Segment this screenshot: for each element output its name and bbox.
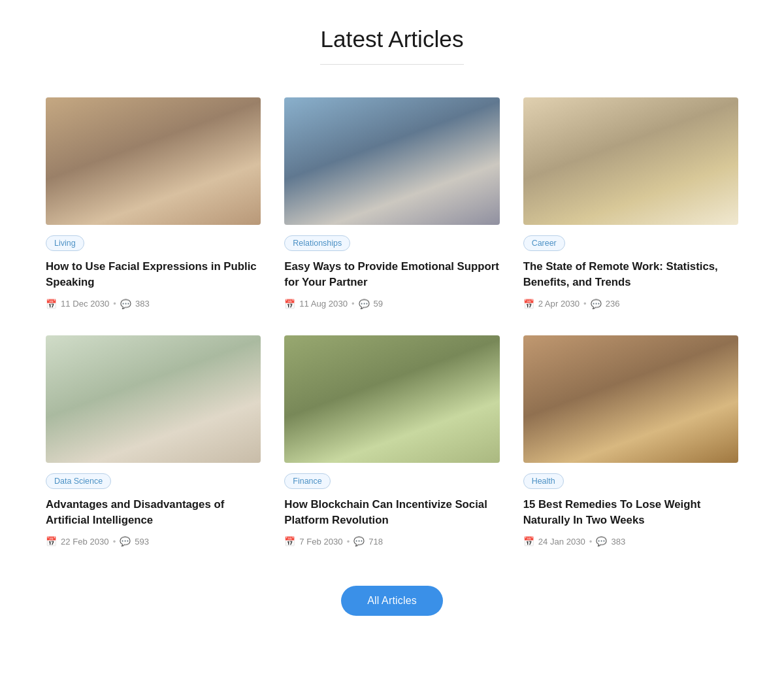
category-badge[interactable]: Career xyxy=(523,235,565,251)
calendar-icon: 📅 xyxy=(284,299,295,309)
article-title: Advantages and Disadvantages of Artifici… xyxy=(46,497,261,529)
articles-grid: Living How to Use Facial Expressions in … xyxy=(46,97,738,547)
page-title: Latest Articles xyxy=(46,26,738,52)
article-title: The State of Remote Work: Statistics, Be… xyxy=(523,259,738,291)
calendar-icon: 📅 xyxy=(284,536,295,547)
category-badge[interactable]: Relationships xyxy=(284,235,350,251)
article-image xyxy=(284,97,499,225)
article-title: Easy Ways to Provide Emotional Support f… xyxy=(284,259,499,291)
meta-separator: • xyxy=(113,537,116,547)
calendar-icon: 📅 xyxy=(46,299,57,309)
article-image xyxy=(46,97,261,225)
article-date: 11 Dec 2030 xyxy=(61,299,109,309)
article-date: 7 Feb 2030 xyxy=(299,537,342,547)
article-image-placeholder xyxy=(523,97,738,225)
title-divider xyxy=(320,64,464,65)
article-meta: 📅 11 Dec 2030 • 💬 383 xyxy=(46,299,261,309)
article-title: 15 Best Remedies To Lose Weight Naturall… xyxy=(523,497,738,529)
article-image xyxy=(284,335,499,463)
article-comments: 593 xyxy=(135,537,149,547)
article-image-placeholder xyxy=(284,335,499,463)
article-image-placeholder xyxy=(46,97,261,225)
article-card[interactable]: Finance How Blockchain Can Incentivize S… xyxy=(284,335,499,547)
article-comments: 59 xyxy=(374,299,384,309)
article-card[interactable]: Living How to Use Facial Expressions in … xyxy=(46,97,261,309)
article-meta: 📅 22 Feb 2030 • 💬 593 xyxy=(46,536,261,547)
article-comments: 383 xyxy=(611,537,625,547)
article-comments: 236 xyxy=(606,299,620,309)
article-image xyxy=(523,335,738,463)
article-meta: 📅 2 Apr 2030 • 💬 236 xyxy=(523,299,738,309)
meta-separator: • xyxy=(113,299,116,309)
calendar-icon: 📅 xyxy=(46,536,57,547)
article-image-placeholder xyxy=(46,335,261,463)
article-card[interactable]: Relationships Easy Ways to Provide Emoti… xyxy=(284,97,499,309)
meta-separator: • xyxy=(347,537,350,547)
comment-icon: 💬 xyxy=(591,299,602,309)
all-articles-button-wrapper: All Articles xyxy=(46,586,738,616)
calendar-icon: 📅 xyxy=(523,299,534,309)
article-title: How Blockchain Can Incentivize Social Pl… xyxy=(284,497,499,529)
category-badge[interactable]: Data Science xyxy=(46,473,111,489)
meta-separator: • xyxy=(589,537,593,547)
page-wrapper: Latest Articles Living How to Use Facial… xyxy=(33,0,751,655)
article-meta: 📅 7 Feb 2030 • 💬 718 xyxy=(284,536,499,547)
comment-icon: 💬 xyxy=(353,536,365,547)
meta-separator: • xyxy=(583,299,587,309)
comment-icon: 💬 xyxy=(359,299,370,309)
article-date: 2 Apr 2030 xyxy=(538,299,580,309)
meta-separator: • xyxy=(351,299,355,309)
category-badge[interactable]: Living xyxy=(46,235,84,251)
article-card[interactable]: Health 15 Best Remedies To Lose Weight N… xyxy=(523,335,738,547)
category-badge[interactable]: Health xyxy=(523,473,564,489)
article-image-placeholder xyxy=(523,335,738,463)
comment-icon: 💬 xyxy=(120,536,131,547)
article-image xyxy=(523,97,738,225)
article-image-placeholder xyxy=(284,97,499,225)
article-meta: 📅 11 Aug 2030 • 💬 59 xyxy=(284,299,499,309)
calendar-icon: 📅 xyxy=(523,536,534,547)
article-image xyxy=(46,335,261,463)
article-card[interactable]: Data Science Advantages and Disadvantage… xyxy=(46,335,261,547)
article-comments: 718 xyxy=(368,537,383,547)
article-date: 24 Jan 2030 xyxy=(538,537,585,547)
category-badge[interactable]: Finance xyxy=(284,473,330,489)
article-comments: 383 xyxy=(135,299,150,309)
comment-icon: 💬 xyxy=(120,299,131,309)
comment-icon: 💬 xyxy=(596,536,607,547)
article-meta: 📅 24 Jan 2030 • 💬 383 xyxy=(523,536,738,547)
article-date: 22 Feb 2030 xyxy=(61,537,109,547)
article-title: How to Use Facial Expressions in Public … xyxy=(46,259,261,291)
article-date: 11 Aug 2030 xyxy=(299,299,348,309)
all-articles-button[interactable]: All Articles xyxy=(341,586,443,616)
article-card[interactable]: Career The State of Remote Work: Statist… xyxy=(523,97,738,309)
